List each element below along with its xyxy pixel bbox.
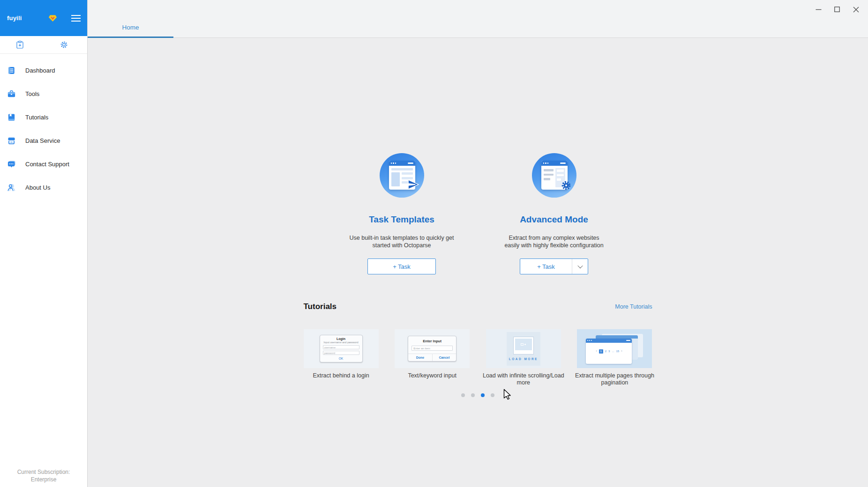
- tutorial-caption: Extract multiple pages through paginatio…: [569, 372, 660, 387]
- enter-input-dialog-illustration: Enter Input Enter an item Done Cancel: [408, 336, 456, 362]
- tutorial-thumbnail: LOAD MORE: [486, 329, 561, 368]
- mode-title: Task Templates: [369, 214, 434, 225]
- tutorials-icon: [7, 112, 16, 122]
- sidebar-item-label: Dashboard: [25, 67, 55, 74]
- sidebar-nav: Dashboard Tools Tutorials Data Service: [0, 54, 87, 199]
- sidebar-item-label: Data Service: [25, 137, 60, 144]
- prev-page-arrow: ‹: [596, 349, 597, 353]
- main-area: Home: [88, 0, 868, 487]
- tutorial-thumbnail: Enter Input Enter an item Done Cancel: [395, 329, 470, 368]
- advanced-mode-icon: [532, 153, 576, 198]
- paper-plane-icon: [407, 178, 419, 192]
- tutorial-card-infinite-scrolling[interactable]: LOAD MORE Load with infinite scrolling/L…: [486, 329, 561, 387]
- sidebar-item-tutorials[interactable]: Tutorials: [0, 105, 87, 129]
- page-number: 3: [608, 349, 610, 353]
- tutorial-caption: Extract behind a login: [295, 372, 387, 387]
- sidebar-item-about-us[interactable]: About Us: [0, 176, 87, 199]
- sidebar-toolbar: [0, 36, 87, 54]
- window-controls: [809, 3, 865, 16]
- gear-icon: [561, 180, 572, 193]
- tab-bar: Home: [88, 0, 868, 38]
- ok-button-label: OK: [323, 357, 359, 360]
- login-dialog-illustration: Login Input username and password userna…: [320, 335, 363, 362]
- carousel-dot[interactable]: [471, 393, 475, 397]
- sidebar-item-tools[interactable]: Tools: [0, 82, 87, 105]
- carousel-dot[interactable]: [491, 393, 494, 397]
- tutorials-section: Tutorials More Tutorials Login Input use…: [304, 302, 652, 397]
- settings-gear-icon[interactable]: [60, 41, 68, 49]
- close-button[interactable]: [846, 3, 865, 16]
- carousel-dot[interactable]: [481, 393, 485, 397]
- tutorial-cards: Login Input username and password userna…: [304, 329, 652, 387]
- tutorial-card-pagination[interactable]: ‹ 1 2 3 ... 15 ›: [577, 329, 652, 387]
- sidebar-item-label: Contact Support: [25, 161, 69, 168]
- brand-name: fuyili: [7, 15, 22, 22]
- tutorial-thumbnail: Login Input username and password userna…: [304, 329, 379, 368]
- load-more-illustration: LOAD MORE: [507, 332, 540, 366]
- dialog-title: Enter Input: [408, 339, 456, 343]
- page-ellipsis: ...: [612, 349, 614, 353]
- page-number: 15: [616, 349, 619, 353]
- task-templates-add-task-button[interactable]: + Task: [367, 258, 436, 274]
- mode-description: Extract from any complex websites easily…: [504, 234, 604, 258]
- app-window: fuyili: [0, 0, 868, 487]
- add-task-dropdown-button[interactable]: [572, 259, 588, 274]
- data-service-icon: [7, 136, 16, 145]
- browser-window-illustration: [541, 161, 568, 190]
- password-field: password: [323, 351, 359, 355]
- done-button-label: Done: [408, 354, 433, 361]
- more-tutorials-link[interactable]: More Tutorials: [615, 303, 652, 310]
- tutorial-card-extract-behind-login[interactable]: Login Input username and password userna…: [304, 329, 379, 387]
- advanced-mode-add-task-button[interactable]: + Task: [520, 258, 588, 274]
- premium-diamond-icon[interactable]: [48, 15, 57, 22]
- dialog-subtitle: Input username and password: [323, 341, 359, 344]
- chevron-down-icon: [577, 263, 583, 268]
- sidebar: fuyili: [0, 0, 88, 487]
- sidebar-item-data-service[interactable]: Data Service: [0, 129, 87, 152]
- input-field: Enter an item: [412, 346, 453, 351]
- sidebar-item-dashboard[interactable]: Dashboard: [0, 59, 87, 82]
- sidebar-header: fuyili: [0, 0, 87, 36]
- sidebar-item-label: Tutorials: [25, 114, 48, 121]
- tutorial-caption: Text/keyword input: [386, 372, 478, 387]
- load-more-label: LOAD MORE: [509, 357, 538, 361]
- mode-title: Advanced Mode: [520, 214, 588, 225]
- pagination-illustration: ‹ 1 2 3 ... 15 ›: [586, 334, 643, 364]
- sidebar-item-label: Tools: [25, 90, 39, 97]
- browser-window-illustration: [389, 161, 415, 190]
- page-number: 2: [605, 349, 606, 353]
- carousel-dots: [304, 393, 652, 397]
- hamburger-menu-icon[interactable]: [71, 15, 81, 22]
- tools-icon: [7, 89, 16, 98]
- tutorial-caption: Load with infinite scrolling/Load more: [478, 372, 569, 387]
- sidebar-item-label: About Us: [25, 184, 50, 191]
- sidebar-item-contact-support[interactable]: Contact Support: [0, 152, 87, 176]
- home-content: Task Templates Use built-in task templat…: [88, 38, 868, 487]
- mode-cards: Task Templates Use built-in task templat…: [88, 153, 868, 274]
- page-number: 1: [599, 349, 603, 354]
- minimize-button[interactable]: [809, 3, 828, 16]
- tutorial-card-text-keyword-input[interactable]: Enter Input Enter an item Done Cancel Te…: [395, 329, 470, 387]
- subscription-status: Current Subscription: Enterprise: [0, 468, 87, 483]
- carousel-dot[interactable]: [461, 393, 465, 397]
- dialog-title: Login: [323, 337, 359, 340]
- subscription-value: Enterprise: [0, 476, 87, 483]
- task-templates-icon: [380, 153, 424, 198]
- new-task-icon[interactable]: [16, 41, 23, 49]
- cancel-button-label: Cancel: [433, 354, 456, 361]
- task-templates-card: Task Templates Use built-in task templat…: [326, 153, 478, 274]
- maximize-button[interactable]: [828, 3, 846, 16]
- about-us-icon: [7, 183, 16, 192]
- next-page-arrow: ›: [621, 349, 622, 353]
- contact-support-icon: [7, 159, 16, 169]
- dashboard-icon: [7, 66, 16, 75]
- button-label: + Task: [520, 263, 572, 270]
- tutorials-heading: Tutorials: [304, 302, 337, 311]
- tutorial-thumbnail: ‹ 1 2 3 ... 15 ›: [577, 329, 652, 368]
- advanced-mode-card: Advanced Mode Extract from any complex w…: [478, 153, 630, 274]
- subscription-label: Current Subscription:: [0, 468, 87, 476]
- username-field: username: [323, 345, 359, 349]
- mode-description: Use built-in task templates to quickly g…: [343, 234, 461, 258]
- tab-home[interactable]: Home: [88, 18, 173, 38]
